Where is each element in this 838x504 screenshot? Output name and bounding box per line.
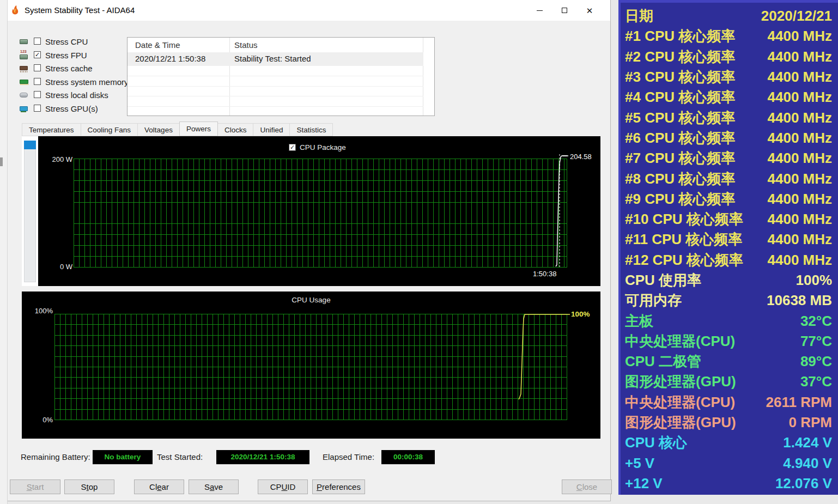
titlebar[interactable]: System Stability Test - AIDA64 ✕ <box>8 0 610 21</box>
maximize-button[interactable] <box>552 0 577 21</box>
test-started-value: 2020/12/21 1:50:38 <box>216 450 309 464</box>
usage-chart: CPU Usage 100% 0% 100% <box>22 292 600 439</box>
sensor-label: #4 CPU 核心频率 <box>625 88 735 107</box>
screen: System Stability Test - AIDA64 ✕ Stress … <box>0 0 838 504</box>
log-status: Stability Test: Started <box>234 54 311 63</box>
stress-checkbox[interactable] <box>34 105 41 112</box>
column-header-datetime[interactable]: Date & Time <box>135 40 180 50</box>
stability-test-window: System Stability Test - AIDA64 ✕ Stress … <box>8 0 611 501</box>
sensor-row: #1 CPU 核心频率 4400 MHz <box>625 26 832 46</box>
sensor-row: CPU 二极管 89°C <box>625 351 832 372</box>
sensor-value: 12.076 V <box>775 475 832 492</box>
usage-plot-area: CPU Usage 100% 0% 100% <box>22 292 600 439</box>
sensor-value: 37°C <box>800 373 832 390</box>
table-row-empty[interactable] <box>127 86 423 96</box>
y-axis-top-label: 100% <box>28 307 53 315</box>
sensor-value: 32°C <box>800 313 832 330</box>
tab-unified[interactable]: Unified <box>253 123 290 136</box>
stress-option: Stress local disks <box>8 89 125 101</box>
sensor-row: CPU 核心 1.424 V <box>625 433 832 453</box>
sensor-row: 中央处理器(CPU) 77°C <box>625 331 832 351</box>
chart-scrollbar-thumb[interactable] <box>24 141 36 149</box>
tab-temperatures[interactable]: Temperatures <box>22 123 81 136</box>
sensor-value: 4400 MHz <box>768 130 833 147</box>
sensor-row: #8 CPU 核心频率 4400 MHz <box>625 168 832 189</box>
sensor-label: #12 CPU 核心频率 <box>625 251 743 270</box>
legend-label: CPU Package <box>300 143 346 151</box>
sensor-label: #7 CPU 核心频率 <box>625 149 735 168</box>
sensor-value: 4400 MHz <box>768 28 833 45</box>
save-button[interactable]: Save <box>189 479 239 494</box>
sensor-row: #7 CPU 核心频率 4400 MHz <box>625 148 832 168</box>
sensor-label: #2 CPU 核心频率 <box>625 47 735 66</box>
tab-voltages[interactable]: Voltages <box>137 123 180 136</box>
start-button[interactable]: Start <box>10 479 60 494</box>
sensor-row: #10 CPU 核心频率 4400 MHz <box>625 209 832 229</box>
window-title: System Stability Test - AIDA64 <box>25 5 135 15</box>
event-log-table[interactable]: Date & Time Status 2020/12/21 1:50:38 St… <box>127 37 435 116</box>
table-row-empty[interactable] <box>127 106 423 117</box>
desktop-edge <box>0 0 8 504</box>
sensor-value: 4400 MHz <box>768 48 833 65</box>
sensor-label: 中央处理器(CPU) <box>625 393 735 412</box>
table-row[interactable]: 2020/12/21 1:50:38 Stability Test: Start… <box>127 52 423 66</box>
minimize-icon <box>537 10 543 11</box>
sensor-value: 4400 MHz <box>768 252 833 269</box>
log-datetime: 2020/12/21 1:50:38 <box>135 54 205 63</box>
power-grid <box>74 159 567 268</box>
cpuid-button[interactable]: CPUID <box>258 479 308 494</box>
table-row-empty[interactable] <box>127 76 423 87</box>
sensor-label: 图形处理器(GPU) <box>625 413 736 432</box>
tab-statistics[interactable]: Statistics <box>289 123 333 136</box>
power-time-label: 1:50:38 <box>533 270 556 278</box>
power-current-value: 204.58 <box>570 153 592 161</box>
chart-scrollbar[interactable] <box>24 141 36 282</box>
close-button[interactable]: ✕ <box>577 0 602 21</box>
memory-module-icon <box>19 78 29 86</box>
power-plot-area: ✓ CPU Package 200 W 0 W 204.58 1:50:38 <box>38 136 600 286</box>
sensor-row: 可用内存 10638 MB <box>625 290 832 311</box>
minimize-button[interactable] <box>527 0 552 21</box>
sensor-value: 2020/12/21 <box>761 8 832 25</box>
sensor-row: #5 CPU 核心频率 4400 MHz <box>625 107 832 127</box>
stress-checkbox[interactable] <box>34 38 41 45</box>
sensor-label: #5 CPU 核心频率 <box>625 108 735 127</box>
gpu-card-icon <box>19 105 29 113</box>
stress-option: Stress cache <box>8 63 125 75</box>
sensor-row: #3 CPU 核心频率 4400 MHz <box>625 67 832 87</box>
stress-checkbox[interactable] <box>34 91 41 98</box>
stop-button[interactable]: Stop <box>64 479 114 494</box>
chart-tabs: TemperaturesCooling FansVoltagesPowersCl… <box>22 122 332 136</box>
sensor-value: 0 RPM <box>789 414 832 431</box>
sensor-value: 10638 MB <box>767 292 832 309</box>
sensor-label: #9 CPU 核心频率 <box>625 190 735 209</box>
sensor-value: 4400 MHz <box>768 110 833 126</box>
tab-powers[interactable]: Powers <box>179 122 218 136</box>
table-row-empty[interactable] <box>127 66 423 76</box>
power-legend: ✓ CPU Package <box>289 143 346 151</box>
sensor-row: 图形处理器(GPU) 37°C <box>625 372 832 392</box>
y-axis-bottom-label: 0 W <box>48 263 72 271</box>
sensor-row: +12 V 12.076 V <box>625 473 832 494</box>
close-icon: ✕ <box>586 7 593 15</box>
clear-button[interactable]: Clear <box>134 479 184 494</box>
stress-option: Stress GPU(s) <box>8 103 125 115</box>
sensor-label: #10 CPU 核心频率 <box>625 210 743 229</box>
stress-option: Stress CPU <box>8 36 125 48</box>
cpu-package-checkbox[interactable]: ✓ <box>289 144 296 151</box>
sensor-label: #6 CPU 核心频率 <box>625 129 735 148</box>
preferences-button[interactable]: Preferences <box>312 479 365 494</box>
close-dialog-button[interactable]: Close <box>562 479 612 494</box>
stress-checkbox[interactable]: ✓ <box>34 51 41 58</box>
stress-checkbox[interactable] <box>34 78 41 85</box>
table-header: Date & Time Status <box>127 38 434 52</box>
stress-checkbox[interactable] <box>34 64 41 71</box>
column-header-status[interactable]: Status <box>234 40 258 50</box>
sensor-label: 可用内存 <box>625 291 682 310</box>
tab-clocks[interactable]: Clocks <box>217 123 254 136</box>
stress-option-label: Stress system memory <box>45 77 129 87</box>
fpu-chip-icon <box>19 51 29 59</box>
sensor-value: 4400 MHz <box>768 211 833 228</box>
table-row-empty[interactable] <box>127 96 423 107</box>
tab-cooling-fans[interactable]: Cooling Fans <box>81 123 138 136</box>
